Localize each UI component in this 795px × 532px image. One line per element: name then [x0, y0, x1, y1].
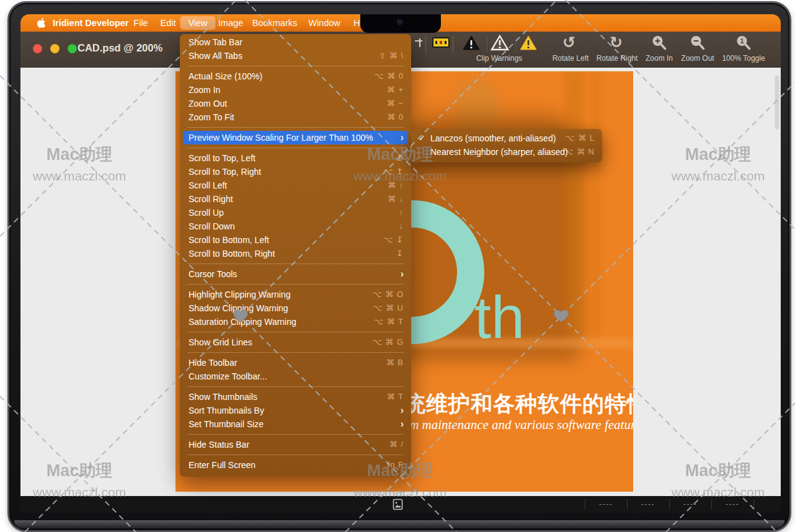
menu-item-show-all-tabs[interactable]: Show All Tabs⇧ ⌘ \ [183, 49, 408, 63]
menu-item-shortcut: ↑ [399, 206, 404, 219]
highlight-clip-warning-icon[interactable] [491, 35, 509, 51]
menu-item-show-grid-lines[interactable]: Show Grid Lines⌥ ⌘ G [183, 335, 408, 349]
menu-item-actual-size-100[interactable]: Actual Size (100%)⌥ ⌘ 0 [183, 69, 408, 83]
menubar-item-edit[interactable]: Edit [153, 16, 184, 30]
menu-item-shortcut: ⌥ ⌘ U [373, 301, 404, 315]
zoom-100-toggle-label[interactable]: 100% Toggle [716, 54, 771, 63]
menu-item-label: Show Tab Bar [189, 35, 242, 49]
svg-text:1: 1 [740, 37, 744, 45]
menu-item-shortcut: ⌥ ⌘ T [374, 315, 404, 329]
close-window-button[interactable] [33, 44, 42, 53]
menu-item-zoom-in[interactable]: Zoom In⌘ + [183, 83, 408, 97]
menu-item-label: Scroll to Bottom, Right [189, 247, 275, 260]
rotate-left-icon[interactable]: ↺ [562, 34, 575, 50]
submenu-item-label: Nearest Neighbor (sharper, aliased) [430, 145, 568, 159]
submenu-item-lanczos-smoother-anti-aliased[interactable]: ✓Lanczos (smoother, anti-aliased)⌥ ⌘ L [414, 131, 599, 145]
menu-item-scroll-up[interactable]: Scroll Up↑ [183, 206, 408, 219]
submenu-chevron-icon: › [401, 267, 404, 280]
menu-item-highlight-clipping-warning[interactable]: Highlight Clipping Warning⌥ ⌘ O [183, 288, 408, 301]
menubar-item-bookmarks[interactable]: Bookmarks [244, 16, 306, 30]
screenshot-stage: Iridient Developer File Edit View Image … [0, 0, 795, 532]
menubar-app-name[interactable]: Iridient Developer [53, 16, 128, 30]
statusbar-readout: ---- [585, 496, 627, 513]
menu-item-scroll-to-bottom-left[interactable]: Scroll to Bottom, Left⌥ ↧ [183, 233, 408, 247]
menu-item-scroll-to-bottom-right[interactable]: Scroll to Bottom, Right↧ [183, 247, 408, 260]
vertical-scrollbar[interactable] [775, 76, 779, 129]
checkmark-icon: ✓ [419, 131, 425, 145]
macbook-frame: Iridient Developer File Edit View Image … [7, 1, 791, 532]
menu-item-enter-full-screen[interactable]: Enter Full Screenfn F [183, 458, 408, 472]
menu-item-scroll-down[interactable]: Scroll Down↓ [183, 219, 408, 233]
statusbar-divider [753, 499, 754, 510]
zoom-out-label[interactable]: Zoom Out [673, 54, 722, 63]
rotate-right-icon[interactable]: ↻ [610, 34, 623, 50]
menubar-item-window[interactable]: Window [300, 16, 349, 30]
menu-item-label: Preview Window Scaling For Larger Than 1… [189, 131, 373, 144]
menu-item-shortcut: ⌥ ↥ [384, 165, 404, 179]
menu-item-show-thumbnails[interactable]: Show Thumbnails⌘ T [183, 390, 408, 404]
menu-item-label: Show All Tabs [189, 49, 242, 63]
menu-item-preview-window-scaling-for-larger-than-100[interactable]: Preview Window Scaling For Larger Than 1… [183, 131, 408, 144]
menu-item-scroll-to-top-left[interactable]: Scroll to Top, Left↥ [183, 151, 408, 165]
shadow-clip-warning-icon[interactable] [462, 35, 481, 51]
menu-item-label: Cursor Tools [189, 267, 237, 281]
clip-warnings-label: Clip Warnings [461, 54, 538, 63]
image-icon[interactable] [393, 499, 403, 510]
measure-tool-icon[interactable] [432, 37, 450, 48]
menubar-item-file[interactable]: File [125, 16, 156, 30]
submenu-item-shortcut: ⌥ ⌘ N [564, 145, 595, 159]
submenu-item-label: Lanczos (smoother, anti-aliased) [430, 131, 556, 145]
menu-separator [180, 383, 411, 390]
menu-item-shortcut: ⌘ 0 [387, 110, 404, 124]
menu-item-label: Hide Status Bar [189, 438, 249, 451]
submenu-item-nearest-neighbor-sharper-aliased[interactable]: Nearest Neighbor (sharper, aliased)⌥ ⌘ N [414, 145, 599, 159]
statusbar-readout: ---- [711, 496, 753, 513]
camera-icon [397, 19, 402, 25]
minimize-window-button[interactable] [50, 44, 60, 53]
menu-item-set-thumbnail-size[interactable]: Set Thumbnail Size› [183, 417, 408, 431]
menu-item-customize-toolbar[interactable]: Customize Toolbar... [183, 370, 408, 383]
camera-notch [360, 14, 441, 33]
laptop-bottom-deck [14, 520, 784, 528]
menu-item-shortcut: ⌘ ↑ [388, 179, 404, 192]
menu-item-shortcut: ⇧ ⌘ \ [379, 49, 404, 63]
headline-chinese: 统维护和各种软件的特性! [404, 389, 633, 419]
menu-item-label: Scroll to Top, Right [189, 165, 261, 179]
status-bar: ---------------- [20, 496, 781, 513]
menu-separator [180, 451, 411, 458]
menu-item-label: Highlight Clipping Warning [189, 288, 290, 301]
saturation-clip-warning-icon[interactable] [519, 35, 538, 51]
apple-logo-icon[interactable] [37, 17, 46, 29]
menu-separator [180, 349, 411, 356]
menu-item-sort-thumbnails-by[interactable]: Sort Thumbnails By› [183, 404, 408, 417]
crop-tool-icon[interactable] [414, 38, 424, 49]
menu-item-label: Sort Thumbnails By [189, 404, 264, 417]
zoom-100-icon[interactable]: 1 [735, 35, 752, 51]
menu-item-scroll-right[interactable]: Scroll Right⌘ ↓ [183, 192, 408, 206]
window-title: CAD.psd @ 200% [78, 42, 162, 54]
menu-item-show-tab-bar[interactable]: Show Tab Bar [183, 35, 408, 49]
zoom-out-icon[interactable] [690, 35, 706, 51]
menu-item-saturation-clipping-warning[interactable]: Saturation Clipping Warning⌥ ⌘ T [183, 315, 408, 329]
menu-item-zoom-to-fit[interactable]: Zoom To Fit⌘ 0 [183, 110, 408, 124]
menu-item-cursor-tools[interactable]: Cursor Tools› [183, 267, 408, 281]
menu-item-zoom-out[interactable]: Zoom Out⌘ − [183, 97, 408, 110]
menu-separator [180, 144, 411, 151]
statusbar-readout: ---- [669, 496, 711, 513]
menu-item-label: Actual Size (100%) [189, 69, 262, 83]
menu-item-label: Scroll Down [189, 219, 235, 233]
rotate-left-label[interactable]: Rotate Left [544, 54, 597, 63]
menu-item-hide-toolbar[interactable]: Hide Toolbar⌘ B [183, 356, 408, 370]
menu-item-scroll-to-top-right[interactable]: Scroll to Top, Right⌥ ↥ [183, 165, 408, 179]
zoom-window-button[interactable] [68, 44, 77, 53]
screen: Iridient Developer File Edit View Image … [20, 14, 781, 513]
menu-item-label: Shadow Clipping Warning [189, 301, 288, 315]
zoom-in-icon[interactable] [651, 35, 667, 51]
menu-item-shadow-clipping-warning[interactable]: Shadow Clipping Warning⌥ ⌘ U [183, 301, 408, 315]
menu-item-hide-status-bar[interactable]: Hide Status Bar⌘ / [183, 438, 408, 451]
anniversary-th-text: th [474, 287, 525, 347]
menu-item-label: Scroll Left [189, 179, 227, 192]
menu-item-label: Customize Toolbar... [189, 370, 267, 383]
menu-item-shortcut: ⌥ ⌘ G [373, 335, 404, 349]
menu-item-scroll-left[interactable]: Scroll Left⌘ ↑ [183, 179, 408, 192]
